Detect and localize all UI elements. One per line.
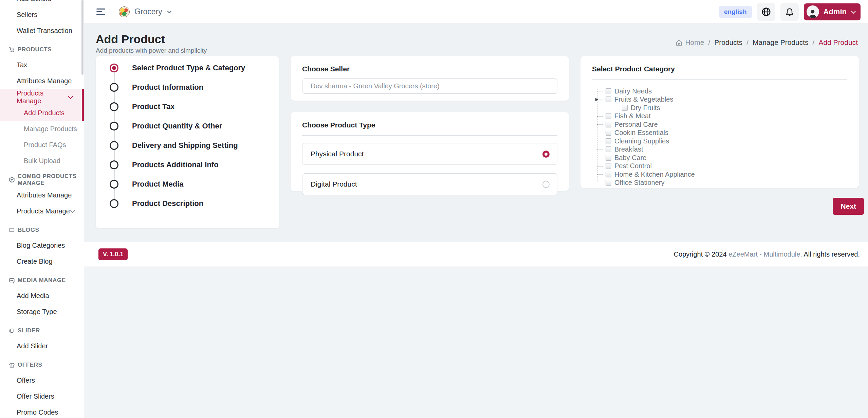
step-product-description[interactable]: Product Description — [106, 199, 269, 208]
category-checkbox[interactable] — [606, 138, 611, 144]
stepper: Select Product Type & CategoryProduct In… — [106, 64, 269, 208]
product-type-option-digital-product[interactable]: Digital Product — [302, 173, 557, 195]
step-label: Product Information — [132, 83, 203, 92]
category-node-personal-care[interactable]: Personal Care — [595, 120, 847, 129]
breadcrumb-item-manage-products[interactable]: Manage Products — [753, 38, 809, 47]
sidebar-item-add-media[interactable]: Add Media — [0, 288, 84, 304]
sidebar-item-label: Add Slider — [17, 342, 48, 350]
step-product-information[interactable]: Product Information — [106, 83, 269, 91]
admin-menu-button[interactable]: Admin — [804, 3, 861, 20]
category-checkbox[interactable] — [606, 113, 611, 119]
category-node-home-kitchen-appliance[interactable]: Home & Kitchen Appliance — [595, 170, 847, 179]
category-checkbox[interactable] — [606, 146, 611, 152]
breadcrumb-label: Home — [685, 38, 704, 47]
category-label: Personal Care — [614, 121, 658, 128]
category-node-office-stationery[interactable]: Office Stationery — [595, 179, 847, 187]
sidebar-scrollbar[interactable] — [81, 0, 84, 75]
breadcrumb-item-add-product: Add Product — [818, 38, 858, 47]
step-label: Delivery and Shipping Setting — [132, 141, 238, 150]
category-node-dairy-needs[interactable]: Dairy Needs — [595, 87, 847, 95]
sidebar-item-label: Product FAQs — [24, 141, 66, 149]
step-product-media[interactable]: Product Media — [106, 180, 269, 188]
sidebar-item-attributes-manage[interactable]: Attributes Manage — [0, 73, 84, 89]
chevron-down-icon[interactable] — [166, 9, 172, 15]
tree-expand-icon[interactable] — [595, 98, 598, 101]
sidebar-section-label: SLIDER — [18, 327, 40, 334]
category-node-pest-control[interactable]: Pest Control — [595, 162, 847, 171]
sidebar-item-offer-sliders[interactable]: Offer Sliders — [0, 388, 84, 404]
sidebar-item-attributes-manage[interactable]: Attributes Manage — [0, 187, 84, 203]
step-radio[interactable] — [110, 199, 118, 208]
blog-icon — [9, 227, 15, 233]
step-radio[interactable] — [110, 160, 118, 169]
category-checkbox[interactable] — [606, 122, 611, 127]
step-radio[interactable] — [110, 141, 118, 150]
step-select-product-type-category[interactable]: Select Product Type & Category — [106, 64, 269, 72]
chevron-down-icon — [70, 208, 75, 213]
category-checkbox[interactable] — [606, 155, 611, 161]
sidebar-item-blog-categories[interactable]: Blog Categories — [0, 238, 84, 254]
sidebar-item-create-blog[interactable]: Create Blog — [0, 254, 84, 269]
sidebar-item-promo-codes[interactable]: Promo Codes — [0, 404, 84, 418]
notifications-button[interactable] — [780, 3, 799, 21]
step-product-quantity-other[interactable]: Product Quantity & Other — [106, 122, 269, 130]
category-checkbox[interactable] — [606, 88, 611, 94]
sidebar-item-offers[interactable]: Offers — [0, 372, 84, 388]
sidebar-item-label: Sellers — [17, 11, 37, 19]
step-delivery-and-shipping-setting[interactable]: Delivery and Shipping Setting — [106, 141, 269, 150]
step-radio[interactable] — [110, 122, 118, 130]
step-radio[interactable] — [110, 180, 118, 189]
category-checkbox[interactable] — [606, 97, 611, 102]
language-badge[interactable]: english — [719, 6, 752, 18]
category-node-breakfast[interactable]: Breakfast — [595, 145, 847, 154]
step-products-additional-info[interactable]: Products Additional Info — [106, 161, 269, 169]
category-node-fruits-vegetables[interactable]: Fruits & Vegetables — [595, 95, 847, 104]
sidebar-item-product-faqs[interactable]: Product FAQs — [0, 137, 84, 153]
sidebar-item-products-manage[interactable]: Products Manage — [0, 203, 84, 219]
category-node-cookin-essentials[interactable]: Cookin Essentials — [595, 129, 847, 137]
sidebar-item-label: Bulk Upload — [24, 157, 60, 165]
product-type-label: Digital Product — [311, 180, 357, 188]
sidebar-item-add-sellers[interactable]: Add Sellers — [0, 0, 84, 7]
category-checkbox[interactable] — [606, 130, 611, 136]
language-globe-button[interactable] — [757, 3, 775, 21]
sidebar-item-add-slider[interactable]: Add Slider — [0, 338, 84, 354]
radio-button[interactable] — [542, 151, 550, 158]
category-checkbox[interactable] — [622, 105, 628, 111]
store-logo[interactable] — [119, 6, 130, 17]
radio-button[interactable] — [542, 181, 550, 188]
category-checkbox[interactable] — [606, 163, 611, 169]
category-checkbox[interactable] — [606, 180, 611, 186]
breadcrumb-item-products[interactable]: Products — [714, 38, 742, 47]
category-node-cleaning-supplies[interactable]: Cleaning Supplies — [595, 137, 847, 145]
category-node-fish-meat[interactable]: Fish & Meat — [595, 112, 847, 121]
step-radio[interactable] — [110, 83, 118, 92]
sidebar-item-tax[interactable]: Tax — [0, 57, 84, 73]
sidebar-item-label: Products Manage — [17, 207, 70, 215]
sidebar-item-bulk-upload[interactable]: Bulk Upload — [0, 153, 84, 169]
category-node-dry-fruits[interactable]: Dry Fruits — [595, 104, 847, 112]
breadcrumb-item-home[interactable]: Home — [676, 38, 704, 47]
sidebar-item-storage-type[interactable]: Storage Type — [0, 304, 84, 320]
seller-select-input[interactable] — [302, 79, 557, 94]
sidebar-section-slider: SLIDER — [0, 323, 84, 338]
choose-product-type-card: Choose Product Type Physical ProductDigi… — [291, 112, 569, 191]
category-label: Fruits & Vegetables — [614, 95, 673, 103]
store-name[interactable]: Grocery — [134, 7, 162, 16]
next-button[interactable]: Next — [833, 198, 864, 215]
step-radio[interactable] — [110, 64, 118, 72]
sidebar-item-manage-products[interactable]: Manage Products — [0, 121, 84, 137]
product-type-option-physical-product[interactable]: Physical Product — [302, 143, 557, 165]
sidebar-item-wallet-transaction[interactable]: Wallet Transaction — [0, 23, 84, 39]
brand-link[interactable]: eZeeMart - Multimodule. — [728, 250, 802, 258]
category-node-baby-care[interactable]: Baby Care — [595, 154, 847, 162]
sidebar-item-sellers[interactable]: Sellers — [0, 7, 84, 23]
sidebar-item-add-products[interactable]: Add Products — [0, 105, 84, 121]
sidebar-section-offers: OFFERS — [0, 357, 84, 372]
page-subtitle: Add products with power and simplicity — [96, 47, 207, 54]
sidebar-toggle-icon[interactable] — [96, 7, 106, 17]
step-radio[interactable] — [110, 102, 118, 111]
step-product-tax[interactable]: Product Tax — [106, 103, 269, 111]
sidebar-item-products-manage[interactable]: Products Manage — [0, 89, 84, 105]
category-checkbox[interactable] — [606, 172, 611, 177]
